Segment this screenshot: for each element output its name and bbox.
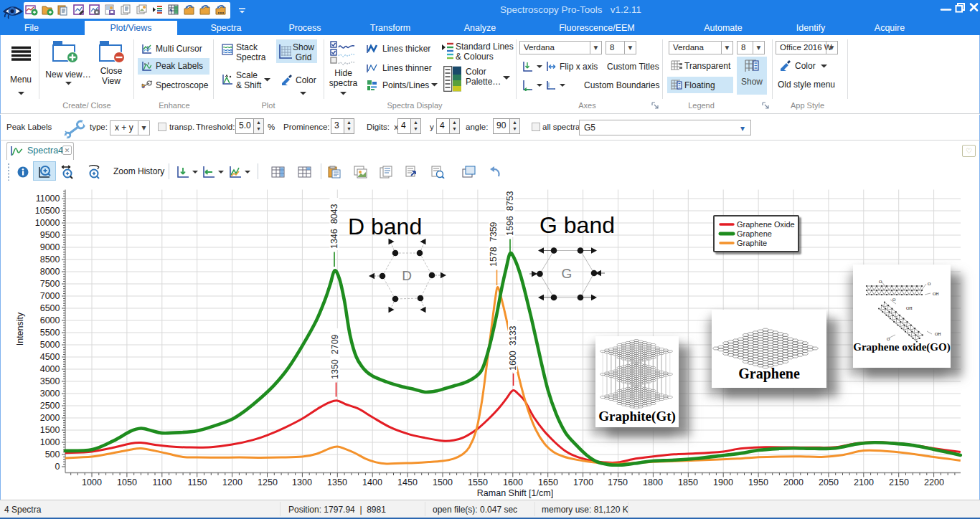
svg-text:0: 0 (55, 462, 60, 472)
svg-text:1600 3133: 1600 3133 (508, 325, 518, 371)
svg-text:G band: G band (540, 212, 615, 238)
svg-text:2000: 2000 (783, 477, 804, 487)
svg-text:4000: 4000 (40, 364, 60, 374)
svg-text:1000: 1000 (82, 477, 102, 487)
svg-text:1700: 1700 (573, 477, 593, 487)
svg-text:1300: 1300 (292, 477, 312, 487)
svg-text:6500: 6500 (40, 303, 60, 313)
svg-text:3500: 3500 (40, 376, 60, 386)
svg-text:1500: 1500 (40, 425, 60, 435)
svg-text:Intensity: Intensity (15, 312, 25, 346)
svg-text:1550: 1550 (468, 477, 488, 487)
svg-text:OH: OH (906, 306, 913, 310)
svg-text:2050: 2050 (819, 477, 839, 487)
svg-text:1900: 1900 (713, 477, 733, 487)
svg-text:8000: 8000 (40, 267, 60, 277)
svg-text:Raman Shift [1/cm]: Raman Shift [1/cm] (477, 488, 553, 498)
svg-text:10000: 10000 (35, 218, 60, 228)
svg-text:1850: 1850 (678, 477, 698, 487)
svg-text:1450: 1450 (397, 477, 418, 487)
svg-text:Graphene Oxide: Graphene Oxide (737, 220, 795, 229)
svg-text:O: O (928, 282, 931, 286)
svg-text:1750: 1750 (608, 477, 628, 487)
svg-text:O: O (892, 297, 896, 302)
svg-text:1200: 1200 (222, 477, 242, 487)
svg-text:1950: 1950 (748, 477, 768, 487)
svg-text:7000: 7000 (40, 291, 60, 301)
svg-text:5000: 5000 (40, 340, 60, 350)
svg-text:1800: 1800 (643, 477, 663, 487)
svg-text:2100: 2100 (854, 477, 874, 487)
svg-text:1650: 1650 (538, 477, 558, 487)
svg-text:Graphene: Graphene (737, 229, 772, 238)
svg-text:2150: 2150 (889, 477, 909, 487)
svg-text:1578 7359: 1578 7359 (489, 222, 499, 267)
svg-text:1100: 1100 (153, 477, 172, 487)
svg-text:1500: 1500 (433, 477, 453, 487)
svg-text:OH: OH (935, 332, 941, 336)
svg-text:3000: 3000 (40, 389, 60, 399)
svg-text:6000: 6000 (40, 315, 60, 325)
svg-text:1050: 1050 (117, 477, 137, 487)
svg-text:1350: 1350 (327, 477, 347, 487)
svg-text:1346 8043: 1346 8043 (329, 204, 339, 249)
svg-text:11000: 11000 (36, 194, 60, 204)
svg-text:2500: 2500 (40, 401, 60, 411)
svg-text:9000: 9000 (40, 242, 60, 252)
svg-text:5500: 5500 (40, 328, 60, 338)
svg-text:D: D (402, 268, 412, 283)
svg-text:D band: D band (348, 214, 422, 239)
svg-text:1150: 1150 (188, 477, 207, 487)
svg-text:1250: 1250 (258, 477, 278, 487)
svg-text:2200: 2200 (924, 477, 944, 487)
svg-text:9500: 9500 (40, 230, 60, 240)
svg-text:Graphite: Graphite (737, 239, 767, 247)
svg-text:500: 500 (45, 449, 60, 460)
svg-text:1350 2709: 1350 2709 (330, 334, 340, 379)
svg-text:1000: 1000 (40, 437, 60, 447)
svg-text:OH: OH (933, 292, 939, 296)
svg-text:7500: 7500 (40, 279, 60, 289)
svg-text:G: G (562, 266, 573, 281)
svg-text:8500: 8500 (40, 254, 60, 265)
svg-text:10500: 10500 (35, 206, 60, 216)
svg-text:2000: 2000 (40, 413, 60, 423)
svg-text:1600: 1600 (503, 477, 523, 487)
svg-text:1596 8753: 1596 8753 (505, 191, 515, 236)
svg-text:4500: 4500 (40, 352, 60, 362)
svg-text:1400: 1400 (362, 477, 382, 487)
